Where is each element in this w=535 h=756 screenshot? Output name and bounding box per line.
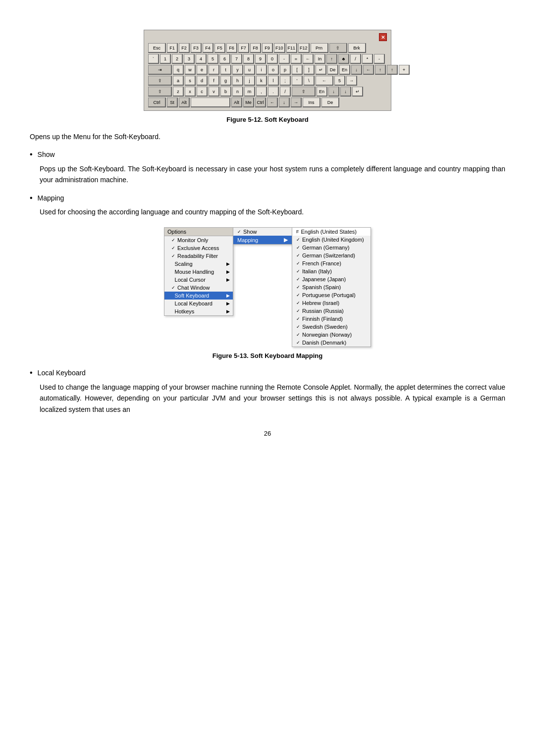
key-f4[interactable]: F4 <box>203 43 214 53</box>
menu-item-softkb[interactable]: Soft Keyboard ▶ <box>164 292 233 300</box>
menu-item-exclusive[interactable]: ✓ Exclusive Access <box>164 244 233 252</box>
lang-english-uk[interactable]: ✓ English (United Kingdom) <box>292 236 371 244</box>
key-esc[interactable]: Esc <box>148 43 166 53</box>
key-ctrl-right[interactable]: Ctrl <box>255 98 266 107</box>
key-semicolon[interactable]: ; <box>280 76 291 86</box>
key-space[interactable] <box>191 98 230 107</box>
key-5[interactable]: 5 <box>208 54 218 64</box>
key-in[interactable]: In <box>315 54 325 64</box>
key-q[interactable]: q <box>173 65 184 75</box>
key-asterisk[interactable]: * <box>362 54 373 64</box>
key-f8[interactable]: F8 <box>250 43 261 53</box>
key-alt-left[interactable]: Alt <box>179 98 190 107</box>
key-numpad-minus[interactable]: - <box>374 54 385 64</box>
key-6[interactable]: 6 <box>219 54 230 64</box>
key-right-arrow[interactable]: → <box>291 98 302 107</box>
lang-russian[interactable]: ✓ Russian (Russia) <box>292 307 371 315</box>
key-f3[interactable]: F3 <box>191 43 202 53</box>
key-k[interactable]: k <box>256 76 267 86</box>
key-l[interactable]: l <box>268 76 279 86</box>
key-quote[interactable]: ' <box>292 76 303 86</box>
key-scroll[interactable]: ⇧ <box>329 43 347 53</box>
key-down-arrow[interactable]: ↓ <box>351 65 362 75</box>
lang-french[interactable]: ✓ French (France) <box>292 259 371 267</box>
menu-item-cursor[interactable]: Local Cursor ▶ <box>164 276 233 284</box>
lang-norwegian[interactable]: ✓ Norwegian (Norway) <box>292 331 371 339</box>
lang-german-ch[interactable]: ✓ German (Switzerland) <box>292 252 371 259</box>
key-slash[interactable]: / <box>350 54 361 64</box>
key-left-arrow2[interactable]: ← <box>363 65 374 75</box>
submenu-mapping[interactable]: Mapping ▶ <box>233 236 292 244</box>
key-a[interactable]: a <box>173 76 184 86</box>
key-down-arrow2[interactable]: ↓ <box>328 87 339 97</box>
key-y[interactable]: y <box>232 65 243 75</box>
lang-italian[interactable]: ✓ Italian (Italy) <box>292 267 371 275</box>
key-ctrl-left[interactable]: Ctrl <box>148 98 166 107</box>
key-f10[interactable]: F10 <box>274 43 285 53</box>
menu-item-hotkeys[interactable]: Hotkeys ▶ <box>164 307 233 315</box>
key-back-arrow[interactable]: ← <box>303 54 314 64</box>
key-shift-bottom[interactable]: St <box>167 98 178 107</box>
key-numpad-arrow[interactable]: → <box>346 76 357 86</box>
key-tab[interactable]: ⇥ <box>148 65 172 75</box>
key-shift-right[interactable]: ⇧ <box>292 87 316 97</box>
menu-item-readability[interactable]: ✓ Readability Filter <box>164 252 233 260</box>
menu-item-localkb[interactable]: Local Keyboard ▶ <box>164 300 233 307</box>
key-0[interactable]: 0 <box>267 54 278 64</box>
key-f9[interactable]: F9 <box>262 43 273 53</box>
key-down-arrow4[interactable]: ↓ <box>279 98 290 107</box>
key-numpad-5[interactable]: 5 <box>334 76 345 86</box>
key-v[interactable]: v <box>209 87 219 97</box>
key-f2[interactable]: F2 <box>179 43 190 53</box>
key-alt-right[interactable]: Alt <box>231 98 242 107</box>
key-4[interactable]: 4 <box>196 54 207 64</box>
key-9[interactable]: 9 <box>255 54 266 64</box>
lang-hebrew[interactable]: ✓ Hebrew (Israel) <box>292 299 371 307</box>
key-up-arrow3[interactable]: ↑ <box>375 65 386 75</box>
key-backspace2[interactable]: ← <box>316 76 333 86</box>
key-f12[interactable]: F12 <box>298 43 310 53</box>
key-e[interactable]: e <box>197 65 208 75</box>
key-plus[interactable]: + <box>399 65 410 75</box>
menu-item-monitor-only[interactable]: ✓ Monitor Only <box>164 236 233 244</box>
key-8[interactable]: 8 <box>243 54 254 64</box>
key-brk[interactable]: Brk <box>348 43 366 53</box>
key-f1[interactable]: F1 <box>167 43 178 53</box>
key-m[interactable]: m <box>244 87 255 97</box>
key-special1[interactable]: ♣ <box>338 54 349 64</box>
key-r[interactable]: r <box>209 65 219 75</box>
menu-item-mouse[interactable]: Mouse Handling ▶ <box>164 268 233 276</box>
key-i[interactable]: i <box>256 65 267 75</box>
key-f7[interactable]: F7 <box>238 43 249 53</box>
key-lbracket[interactable]: [ <box>292 65 303 75</box>
lang-spanish[interactable]: ✓ Spanish (Spain) <box>292 283 371 291</box>
key-equals[interactable]: = <box>291 54 302 64</box>
key-w[interactable]: w <box>185 65 196 75</box>
key-left-arrow[interactable]: ← <box>267 98 278 107</box>
key-period[interactable]: . <box>268 87 279 97</box>
key-down-arrow3[interactable]: ↓ <box>340 87 351 97</box>
key-p[interactable]: p <box>280 65 291 75</box>
key-arrow-up2[interactable]: ↑ <box>326 54 337 64</box>
key-2[interactable]: 2 <box>172 54 183 64</box>
key-en-bottom[interactable]: En <box>317 87 327 97</box>
key-capslk[interactable]: ⇪ <box>148 76 172 86</box>
key-del[interactable]: De <box>321 98 339 107</box>
menu-item-scaling[interactable]: Scaling ▶ <box>164 260 233 268</box>
menu-item-chat[interactable]: ✓ Chat Window <box>164 284 233 292</box>
kb-close-button[interactable]: ✕ <box>379 33 387 41</box>
key-u[interactable]: u <box>244 65 255 75</box>
key-shift-left[interactable]: ⇧ <box>148 87 172 97</box>
key-1[interactable]: 1 <box>160 54 171 64</box>
key-x[interactable]: x <box>185 87 196 97</box>
key-enter-top[interactable]: ↵ <box>316 65 326 75</box>
key-c[interactable]: c <box>197 87 208 97</box>
key-o[interactable]: o <box>268 65 279 75</box>
key-n[interactable]: n <box>232 87 243 97</box>
key-f5[interactable]: F5 <box>214 43 225 53</box>
key-me[interactable]: Me <box>243 98 254 107</box>
lang-german-de[interactable]: ✓ German (Germany) <box>292 244 371 252</box>
key-enter-right[interactable]: ↵ <box>352 87 363 97</box>
key-j[interactable]: j <box>244 76 255 86</box>
key-de[interactable]: De <box>327 65 338 75</box>
